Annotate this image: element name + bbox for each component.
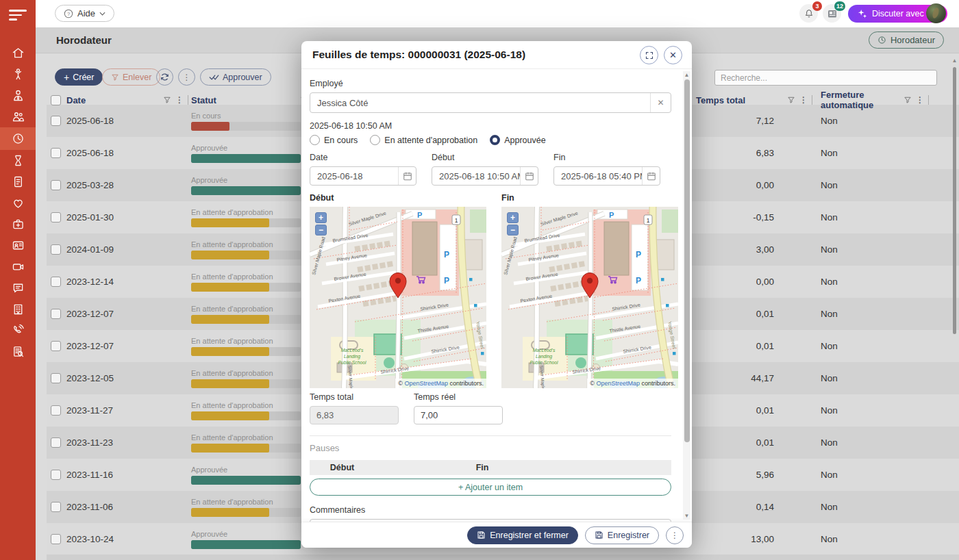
filter-icon[interactable] [163,96,171,104]
status-bar [191,186,301,195]
temps-reel-field[interactable]: 7,00 [414,406,503,424]
fin-picker-button[interactable] [642,167,660,185]
debut-field[interactable]: 2025-06-18 10:50 AM [432,166,538,186]
cell-temps-total: 7,12 [692,116,815,126]
row-checkbox[interactable] [51,244,61,255]
menu-hamburger-icon[interactable] [0,0,36,30]
question-icon: ? [64,9,73,18]
radio-attente[interactable]: En attente d'approbation [370,135,477,145]
status-bar-track [191,508,301,517]
radio-approuvee[interactable]: Approuvée [490,135,545,145]
date-field[interactable]: 2025-06-18 [310,166,416,186]
osm-link[interactable]: OpenStreetMap [404,380,448,387]
sidebar-item-wellness[interactable] [0,192,36,214]
sidebar-item-medical[interactable] [0,214,36,235]
sidebar-item-documents[interactable] [0,171,36,192]
map-fin[interactable]: +− © OpenStreetMap contributors. [501,207,678,388]
sidebar-item-children[interactable] [0,64,36,85]
debut-picker-button[interactable] [520,167,538,185]
row-checkbox[interactable] [51,148,61,158]
row-checkbox[interactable] [51,437,61,448]
map-zoom-out-button[interactable]: − [315,225,327,236]
footer-more-button[interactable]: ⋮ [666,526,684,544]
sidebar-item-messages[interactable] [0,277,36,298]
employe-field[interactable]: Jessica Côté ✕ [310,92,671,113]
sidebar-item-employee[interactable] [0,85,36,106]
status-label: En attente d'approbation [191,305,311,313]
col-header-fermeture[interactable]: Fermeture automatique ⋮ [815,90,932,110]
refresh-button[interactable] [156,68,173,86]
map-zoom-out-button[interactable]: − [507,225,519,236]
sidebar-item-home[interactable] [0,42,36,64]
save-button[interactable]: Enregistrer [585,526,659,544]
row-checkbox[interactable] [51,373,61,383]
add-pause-button[interactable]: + Ajouter un item [310,479,671,496]
column-menu-icon[interactable]: ⋮ [175,96,184,104]
sidebar-item-calls[interactable] [0,320,36,341]
modal-title: Feuilles de temps: 000000031 (2025-06-18… [312,49,525,61]
filter-icon[interactable] [904,96,912,104]
osm-link[interactable]: OpenStreetMap [596,380,640,387]
row-checkbox[interactable] [51,405,61,416]
row-checkbox[interactable] [51,212,61,222]
modal-scrollbar-thumb[interactable] [684,79,690,442]
toolbar-more-button[interactable]: ⋮ [178,68,195,86]
fin-label: Fin [553,153,660,162]
row-checkbox[interactable] [51,277,61,287]
pauses-col-debut: Début [310,463,375,472]
cell-date: 2025-01-30 [64,212,191,222]
sidebar-item-hourglass[interactable] [0,150,36,171]
help-button[interactable]: ? Aide [55,5,114,22]
modal-scrollbar[interactable]: ▲ ▼ [683,71,690,520]
filter-icon[interactable] [787,96,795,104]
page-scrollbar[interactable]: ▲ [951,58,958,555]
sidebar-item-horodateur[interactable] [0,127,36,150]
radio-icon [370,135,380,145]
map-debut[interactable]: +− © OpenStreetMap contributors. [310,207,486,388]
select-all-checkbox[interactable] [51,95,61,105]
sidebar-item-team[interactable] [0,106,36,127]
approve-button[interactable]: Approuver [200,68,271,86]
close-button[interactable]: ✕ [664,46,682,64]
sidebar-item-company[interactable] [0,298,36,320]
row-checkbox[interactable] [51,470,61,480]
column-menu-icon[interactable]: ⋮ [799,96,808,104]
row-checkbox[interactable] [51,180,61,190]
map-zoom-in-button[interactable]: + [315,212,327,223]
scroll-up-arrow[interactable]: ▲ [683,71,690,79]
radio-en-cours[interactable]: En cours [310,135,358,145]
module-button[interactable]: Horodateur [869,31,944,49]
save-close-button[interactable]: Enregistrer et fermer [467,526,578,544]
search-input[interactable] [714,70,937,86]
sidebar-item-badge[interactable] [0,235,36,256]
row-checkbox[interactable] [51,116,61,126]
remove-button[interactable]: Enlever [102,68,160,86]
row-checkbox[interactable] [51,534,61,544]
date-picker-button[interactable] [398,167,416,185]
cell-statut: Approuvée [191,530,311,549]
col-header-temps-total[interactable]: Temps total ⋮ [692,90,815,110]
row-checkbox[interactable] [51,502,61,512]
fin-field[interactable]: 2025-06-18 05:40 PM [553,166,660,186]
map-zoom-in-button[interactable]: + [507,212,519,223]
expand-button[interactable] [640,46,658,64]
pauses-col-fin: Fin [375,463,590,472]
avatar[interactable] [926,3,946,23]
scroll-up-arrow[interactable]: ▲ [951,58,958,64]
col-header-statut[interactable]: Statut [191,90,311,110]
status-bar-track [191,283,301,292]
sidebar-item-reports[interactable] [0,341,36,362]
column-menu-icon[interactable]: ⋮ [916,96,924,104]
row-checkbox[interactable] [51,341,61,351]
notifications-button[interactable]: 3 [799,4,818,23]
sidebar-item-video[interactable] [0,256,36,277]
events-button[interactable]: 12 [823,4,841,23]
scroll-down-arrow[interactable]: ▼ [683,512,690,520]
phone-ringing-icon [11,323,25,338]
page-scrollbar-thumb[interactable] [953,67,956,334]
radio-label: En attente d'approbation [384,136,477,145]
col-header-date[interactable]: Date ⋮ [64,90,191,110]
row-checkbox[interactable] [51,309,61,319]
clear-employe-button[interactable]: ✕ [650,93,671,112]
create-button[interactable]: +Créer [55,68,103,86]
